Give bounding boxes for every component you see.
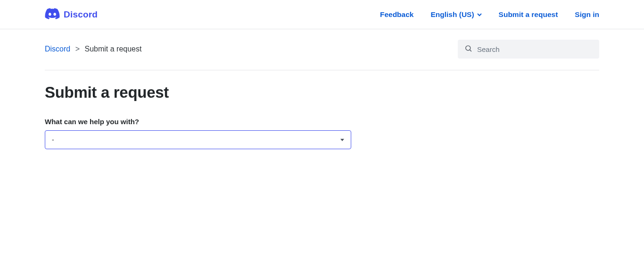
content: Discord > Submit a request Submit a requ… [0, 29, 644, 149]
nav-feedback[interactable]: Feedback [380, 10, 414, 19]
breadcrumb-root[interactable]: Discord [45, 45, 70, 53]
brand-name: Discord [64, 9, 98, 20]
nav-language[interactable]: English (US) [430, 10, 481, 19]
svg-line-1 [470, 50, 471, 51]
nav-sign-in[interactable]: Sign in [575, 10, 599, 19]
search-input[interactable] [477, 45, 593, 53]
chevron-down-icon [477, 10, 482, 19]
page-container: Discord Feedback English (US) Submit a r… [0, 0, 644, 149]
brand-logo[interactable]: Discord [45, 8, 98, 21]
subheader: Discord > Submit a request [45, 29, 599, 70]
help-question-label: What can we help you with? [45, 118, 351, 126]
breadcrumb: Discord > Submit a request [45, 45, 141, 53]
help-topic-select-value: - [52, 136, 54, 144]
svg-point-0 [466, 45, 471, 50]
page-title: Submit a request [45, 84, 599, 102]
request-form: What can we help you with? - [45, 118, 351, 149]
caret-down-icon [340, 139, 344, 141]
discord-icon [45, 8, 60, 21]
header: Discord Feedback English (US) Submit a r… [0, 0, 644, 29]
nav-submit-request[interactable]: Submit a request [499, 10, 558, 19]
search-icon [464, 44, 472, 54]
breadcrumb-separator: > [75, 45, 80, 53]
nav-language-label: English (US) [430, 10, 474, 19]
search-box[interactable] [458, 40, 599, 59]
breadcrumb-current: Submit a request [84, 45, 141, 53]
help-topic-select[interactable]: - [45, 130, 351, 149]
top-nav: Feedback English (US) Submit a request S… [380, 10, 599, 19]
